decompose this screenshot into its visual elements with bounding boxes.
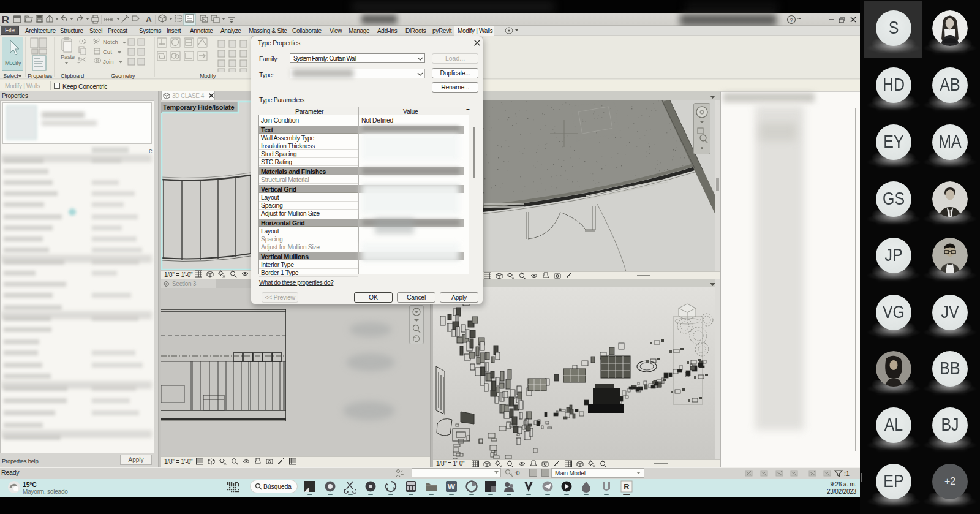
svg-text:Join: Join [103,58,113,65]
svg-text:?: ? [790,17,793,23]
svg-text:Notch: Notch [103,39,118,45]
svg-text:Cut: Cut [103,48,112,55]
svg-text:R: R [2,14,9,26]
svg-text:R: R [624,482,630,491]
svg-text:W: W [448,482,456,491]
svg-text::1: :1 [844,470,850,477]
svg-text:A: A [146,15,152,24]
